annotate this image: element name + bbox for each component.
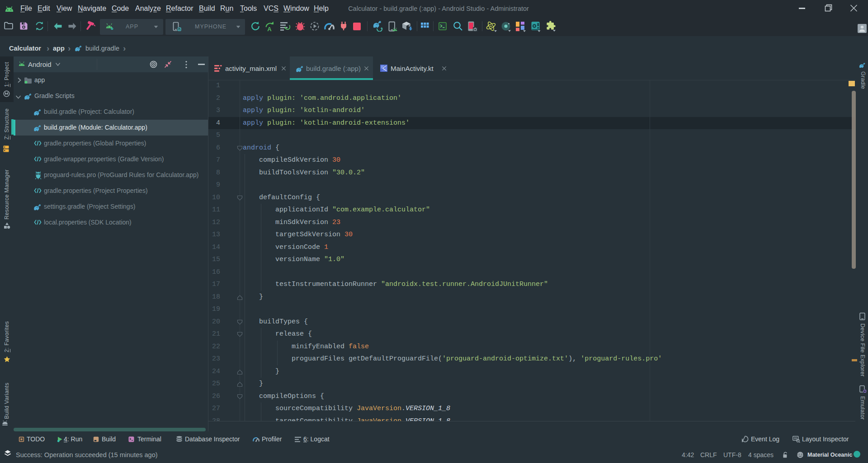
svg-text:A: A — [267, 26, 272, 32]
